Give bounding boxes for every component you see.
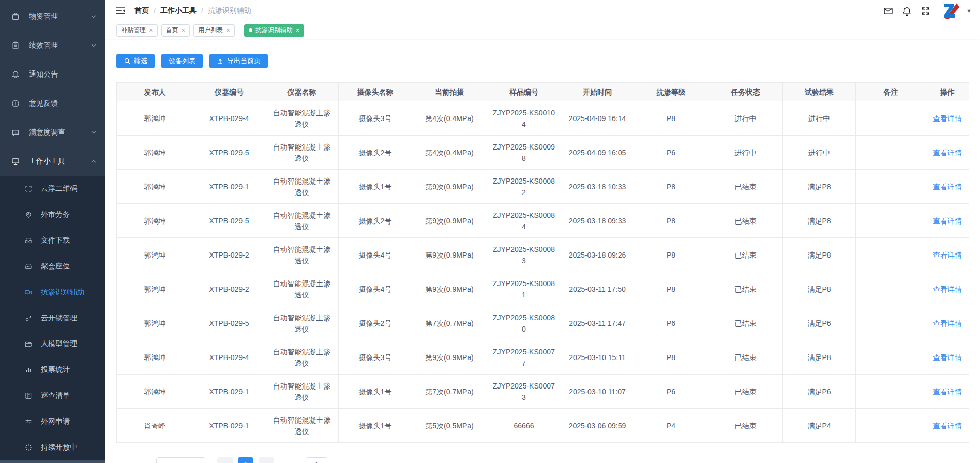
tab-1[interactable]: 首页× xyxy=(161,24,190,37)
view-details-link[interactable]: 查看详情 xyxy=(933,422,962,430)
cell-result: 满足P8 xyxy=(783,170,856,204)
sidebar-item-label: 工作小工具 xyxy=(29,157,65,166)
mail-icon[interactable] xyxy=(883,6,894,17)
cell-grade: P8 xyxy=(634,272,708,306)
column-header: 试验结果 xyxy=(783,83,856,101)
sidebar-subitem-label: 大模型管理 xyxy=(41,339,77,349)
cell-sample_no: ZJYP2025-KS00080 xyxy=(487,306,561,340)
sidebar-subitem-9[interactable]: 外网申请 xyxy=(0,409,105,435)
tab-0[interactable]: 补贴管理× xyxy=(116,24,158,37)
cell-publisher: 郭鸿坤 xyxy=(117,306,193,340)
sidebar-subitem-0[interactable]: 云浮二维码 xyxy=(0,176,105,202)
sidebar-item-feedback[interactable]: 意见反馈 xyxy=(0,89,105,118)
sidebar-item-label: 意见反馈 xyxy=(29,99,58,108)
sidebar-subitem-8[interactable]: 巡查清单 xyxy=(0,383,105,409)
chart-icon xyxy=(24,366,33,374)
list-icon xyxy=(24,392,33,400)
cell-device_no: XTPB-029-4 xyxy=(193,340,265,375)
cell-remark xyxy=(856,136,926,170)
sidebar-item-bell[interactable]: 通知公告 xyxy=(0,60,105,89)
sidebar-subitem-10[interactable]: 持续开放中 xyxy=(0,435,105,460)
chevron-down-icon xyxy=(91,129,97,136)
bell-icon[interactable] xyxy=(901,6,912,17)
view-details-link[interactable]: 查看详情 xyxy=(933,148,962,157)
tab-label: 用户列表 xyxy=(198,26,223,35)
view-details-link[interactable]: 查看详情 xyxy=(933,114,962,123)
sidebar-collapse-icon[interactable] xyxy=(115,5,126,17)
sidebar-subitem-2[interactable]: 文件下载 xyxy=(0,228,105,253)
page-number-button[interactable]: 1 xyxy=(238,457,253,463)
device-list-button-label: 设备列表 xyxy=(169,56,195,66)
cell-publisher: 肖奇峰 xyxy=(117,409,193,443)
sidebar-subitem-label: 外网申请 xyxy=(41,417,70,426)
tab-2[interactable]: 用户列表× xyxy=(193,24,235,37)
sidebar-item-bag[interactable]: 物资管理 xyxy=(0,2,105,31)
search-icon xyxy=(124,57,131,65)
tab-active[interactable]: 抗渗识别辅助× xyxy=(244,24,305,37)
view-details-link[interactable]: 查看详情 xyxy=(933,319,962,327)
cell-start_time: 2025-04-09 16:05 xyxy=(561,136,634,170)
sidebar-subitem-5[interactable]: 云开锁管理 xyxy=(0,305,105,331)
view-details-link[interactable]: 查看详情 xyxy=(933,251,962,259)
chevron-down-icon xyxy=(91,13,97,20)
cell-remark xyxy=(856,204,926,238)
bag-icon xyxy=(11,12,20,21)
cell-device_no: XTPB-029-5 xyxy=(193,204,265,238)
cell-device_no: XTPB-029-1 xyxy=(193,375,265,409)
prev-page-button[interactable]: ‹ xyxy=(217,457,233,463)
key-icon xyxy=(24,314,33,322)
fullscreen-icon[interactable] xyxy=(920,6,931,17)
sidebar-item-chat[interactable]: 满意度调查 xyxy=(0,118,105,147)
cell-sample_no: ZJYP2025-KS00081 xyxy=(487,272,561,306)
next-page-button[interactable]: › xyxy=(259,457,274,463)
breadcrumb-item[interactable]: 首页 xyxy=(134,6,149,16)
results-table: 发布人仪器编号仪器名称摄像头名称当前拍摄样品编号开始时间抗渗等级任务状态试验结果… xyxy=(116,82,969,443)
breadcrumb-item[interactable]: 工作小工具 xyxy=(160,6,197,16)
table-row: 郭鸿坤XTPB-029-2自动智能混凝土渗透仪摄像头4号第9次(0.9MPa)Z… xyxy=(117,238,969,272)
cell-status: 进行中 xyxy=(708,101,783,136)
chevron-down-icon xyxy=(91,42,97,49)
view-details-link[interactable]: 查看详情 xyxy=(933,353,962,362)
chevron-down-icon[interactable]: ▼ xyxy=(966,8,972,14)
cell-status: 已结束 xyxy=(708,306,783,340)
column-header: 备注 xyxy=(856,83,926,101)
sidebar-subitem-4-active[interactable]: 抗渗识别辅助 xyxy=(0,279,105,305)
page-size-select[interactable] xyxy=(156,457,205,463)
export-page-button[interactable]: 导出当前页 xyxy=(209,54,268,68)
cell-device_name: 自动智能混凝土渗透仪 xyxy=(265,272,339,306)
device-list-button[interactable]: 设备列表 xyxy=(161,54,203,68)
cell-grade: P8 xyxy=(634,340,708,375)
sidebar-item-clipboard[interactable]: 绩效管理 xyxy=(0,31,105,60)
cell-grade: P6 xyxy=(634,136,708,170)
cell-grade: P8 xyxy=(634,238,708,272)
table-header-row: 发布人仪器编号仪器名称摄像头名称当前拍摄样品编号开始时间抗渗等级任务状态试验结果… xyxy=(117,83,969,101)
filter-button[interactable]: 筛选 xyxy=(116,54,155,68)
sidebar-submenu: 云浮二维码外市劳务文件下载聚会座位抗渗识别辅助云开锁管理大模型管理投票统计巡查清… xyxy=(0,176,105,460)
view-details-link[interactable]: 查看详情 xyxy=(933,217,962,225)
cell-current_shot: 第9次(0.9MPa) xyxy=(412,170,487,204)
sidebar-subitem-6[interactable]: 大模型管理 xyxy=(0,331,105,357)
close-icon[interactable]: × xyxy=(296,27,300,34)
page-jump-input[interactable] xyxy=(306,457,327,463)
avatar[interactable] xyxy=(942,2,960,20)
cell-device_no: XTPB-029-2 xyxy=(193,238,265,272)
sidebar-item-label: 满意度调查 xyxy=(29,128,65,137)
cell-grade: P6 xyxy=(634,306,708,340)
close-icon[interactable]: × xyxy=(149,27,153,34)
cell-camera: 摄像头1号 xyxy=(339,375,412,409)
cell-sample_no: ZJYP2025-KS00098 xyxy=(487,136,561,170)
cell-status: 已结束 xyxy=(708,272,783,306)
view-details-link[interactable]: 查看详情 xyxy=(933,183,962,191)
sidebar-subitem-3[interactable]: 聚会座位 xyxy=(0,253,105,279)
cell-device_no: XTPB-029-5 xyxy=(193,136,265,170)
close-icon[interactable]: × xyxy=(182,27,186,34)
cell-result: 进行中 xyxy=(783,136,856,170)
sidebar-subitem-7[interactable]: 投票统计 xyxy=(0,357,105,383)
view-details-link[interactable]: 查看详情 xyxy=(933,285,962,293)
close-icon[interactable]: × xyxy=(226,27,230,34)
sidebar-subitem-1[interactable]: 外市劳务 xyxy=(0,202,105,228)
view-details-link[interactable]: 查看详情 xyxy=(933,387,962,396)
sidebar-item-label: 通知公告 xyxy=(29,70,58,79)
column-header: 抗渗等级 xyxy=(634,83,708,101)
sidebar-item-monitor[interactable]: 工作小工具 xyxy=(0,147,105,176)
